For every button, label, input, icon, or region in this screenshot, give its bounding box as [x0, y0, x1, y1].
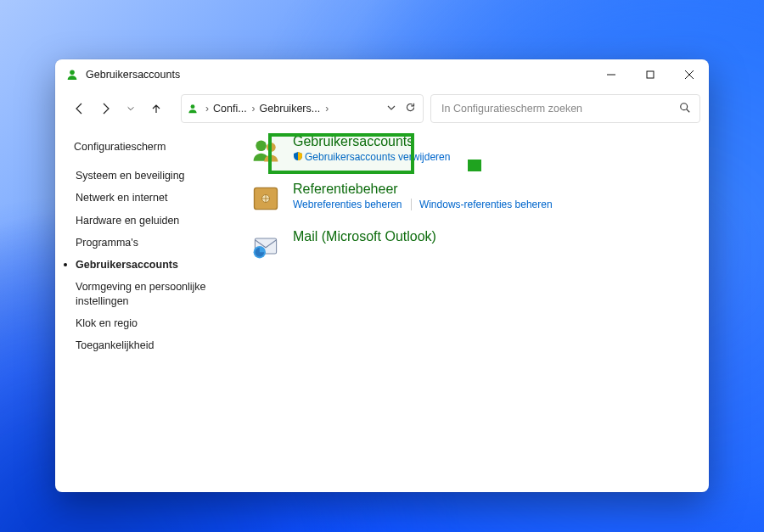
sidebar-item-netwerk[interactable]: Netwerk en internet: [76, 187, 244, 209]
content-area: Configuratiescherm Systeem en beveiligin…: [55, 127, 709, 492]
sidebar-item-label: Toegankelijkheid: [76, 339, 154, 351]
sidebar-list: Systeem en beveiliging Netwerk en intern…: [74, 165, 244, 356]
up-button[interactable]: [149, 101, 164, 116]
minimize-button[interactable]: [592, 59, 631, 90]
link-label: Gebruikersaccounts verwijderen: [305, 151, 450, 163]
sidebar-item-systeem[interactable]: Systeem en beveiliging: [76, 165, 244, 187]
svg-line-7: [687, 109, 690, 112]
svg-point-5: [191, 104, 195, 109]
main-panel: Gebruikersaccounts Gebruikersaccounts ve…: [250, 127, 709, 492]
navigation-row: › Confi... › Gebruikers... ›: [55, 90, 709, 127]
mail-icon: [250, 231, 281, 261]
chevron-right-icon: ›: [202, 103, 211, 115]
back-button[interactable]: [72, 101, 87, 116]
recent-dropdown-icon[interactable]: [123, 101, 138, 116]
sidebar-item-programmas[interactable]: Programma's: [76, 232, 244, 254]
sidebar: Configuratiescherm Systeem en beveiligin…: [55, 127, 250, 492]
category-title[interactable]: Mail (Microsoft Outlook): [293, 229, 695, 244]
sidebar-item-vormgeving[interactable]: Vormgeving en persoonlijke instellingen: [76, 276, 244, 312]
users-icon: [250, 136, 281, 166]
sidebar-item-label: Hardware en geluiden: [76, 215, 179, 227]
search-input[interactable]: [440, 102, 679, 115]
chevron-right-icon: ›: [322, 103, 331, 115]
sidebar-item-toegankelijkheid[interactable]: Toegankelijkheid: [76, 334, 244, 356]
link-remove-accounts[interactable]: Gebruikersaccounts verwijderen: [305, 151, 458, 163]
category-mail: Mail (Microsoft Outlook): [250, 229, 695, 261]
address-bar[interactable]: › Confi... › Gebruikers... ›: [181, 94, 424, 123]
link-web-credentials[interactable]: Webreferenties beheren: [293, 199, 412, 210]
shield-icon: [293, 151, 303, 161]
category-title-text: Gebruikersaccounts: [293, 134, 413, 148]
sidebar-item-hardware[interactable]: Hardware en geluiden: [76, 210, 244, 232]
sidebar-item-label: Systeem en beveiliging: [76, 170, 185, 182]
category-links: Webreferenties beheren Windows-referenti…: [293, 199, 695, 210]
refresh-icon[interactable]: [405, 102, 416, 115]
link-windows-credentials[interactable]: Windows-referenties beheren: [419, 199, 561, 210]
breadcrumb-item[interactable]: Confi...: [213, 103, 247, 115]
category-title-text: Mail (Microsoft Outlook): [293, 229, 436, 244]
sidebar-item-gebruikersaccounts[interactable]: Gebruikersaccounts: [76, 254, 244, 276]
window-controls: [592, 59, 709, 90]
user-icon: [65, 68, 79, 81]
user-icon: [187, 103, 199, 115]
maximize-button[interactable]: [631, 59, 670, 90]
sidebar-item-label: Klok en regio: [76, 317, 138, 329]
svg-point-9: [267, 143, 276, 152]
sidebar-item-klok[interactable]: Klok en regio: [76, 312, 244, 334]
chevron-right-icon: ›: [249, 103, 258, 115]
sidebar-item-label: Netwerk en internet: [76, 192, 167, 204]
search-bar[interactable]: [430, 94, 700, 123]
svg-point-0: [70, 70, 75, 76]
link-label: Webreferenties beheren: [293, 199, 402, 210]
breadcrumb-label: Confi...: [213, 103, 247, 115]
sidebar-item-label: Gebruikersaccounts: [76, 259, 178, 271]
category-title[interactable]: Gebruikersaccounts: [293, 134, 695, 149]
search-icon[interactable]: [679, 102, 691, 116]
svg-point-8: [256, 140, 267, 151]
titlebar: Gebruikersaccounts: [55, 59, 709, 90]
breadcrumb-label: Gebruikers...: [260, 103, 321, 115]
safe-icon: [250, 183, 281, 214]
category-referentiebeheer: Referentiebeheer Webreferenties beheren …: [250, 182, 695, 214]
sidebar-heading[interactable]: Configuratiescherm: [74, 141, 244, 153]
category-title-text: Referentiebeheer: [293, 182, 398, 196]
close-button[interactable]: [670, 59, 709, 90]
control-panel-window: Gebruikersaccounts: [55, 59, 709, 492]
svg-rect-2: [647, 71, 654, 78]
nav-arrows: [64, 101, 169, 116]
category-links: Gebruikersaccounts verwijderen: [293, 151, 695, 163]
category-title[interactable]: Referentiebeheer: [293, 182, 695, 197]
sidebar-item-label: Vormgeving en persoonlijke instellingen: [76, 281, 206, 306]
forward-button[interactable]: [98, 101, 113, 116]
link-label: Windows-referenties beheren: [419, 199, 553, 210]
breadcrumb-item[interactable]: Gebruikers...: [260, 103, 321, 115]
category-gebruikersaccounts: Gebruikersaccounts Gebruikersaccounts ve…: [250, 134, 695, 166]
sidebar-item-label: Programma's: [76, 237, 138, 249]
window-title: Gebruikersaccounts: [86, 69, 180, 81]
svg-point-6: [681, 103, 688, 109]
chevron-down-icon[interactable]: [386, 103, 396, 115]
